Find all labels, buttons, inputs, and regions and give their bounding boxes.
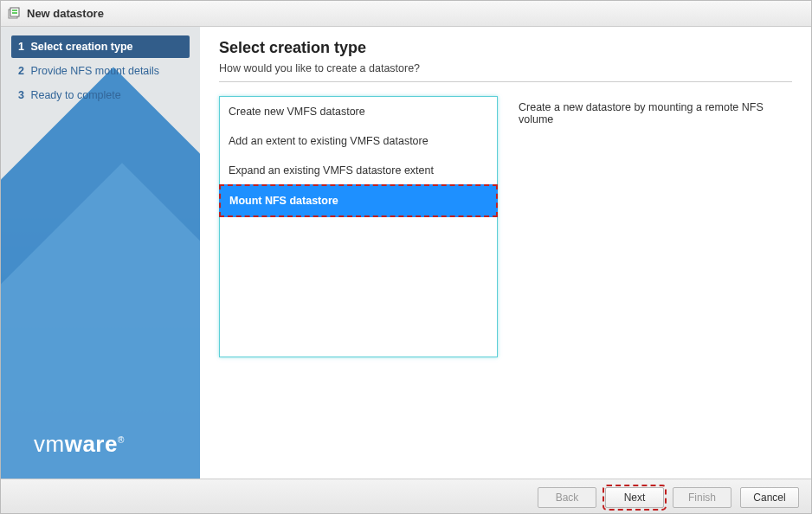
next-button[interactable]: Next xyxy=(605,487,664,508)
datastore-icon xyxy=(8,7,22,21)
finish-button: Finish xyxy=(673,487,731,508)
step-number: 1 xyxy=(18,41,24,53)
option-expand-extent[interactable]: Expand an existing VMFS datastore extent xyxy=(220,156,497,185)
step-label: Ready to complete xyxy=(30,89,120,101)
step-select-creation-type[interactable]: 1 Select creation type xyxy=(11,35,190,58)
cancel-button[interactable]: Cancel xyxy=(740,487,799,508)
option-mount-nfs[interactable]: Mount NFS datastore xyxy=(219,184,498,217)
back-button: Back xyxy=(538,487,596,508)
svg-rect-3 xyxy=(12,12,17,14)
creation-type-list[interactable]: Create new VMFS datastore Add an extent … xyxy=(219,96,498,357)
step-label: Select creation type xyxy=(30,41,132,53)
step-provide-nfs-mount-details[interactable]: 2 Provide NFS mount details xyxy=(11,60,190,82)
wizard-body: 1 Select creation type 2 Provide NFS mou… xyxy=(1,27,811,479)
option-add-extent[interactable]: Add an extent to existing VMFS datastore xyxy=(220,126,497,156)
step-number: 2 xyxy=(18,65,24,77)
main-panel: Select creation type How would you like … xyxy=(200,27,811,479)
option-description: Create a new datastore by mounting a rem… xyxy=(519,96,792,357)
page-subtitle: How would you like to create a datastore… xyxy=(219,62,792,82)
titlebar: New datastore xyxy=(1,1,811,27)
svg-rect-2 xyxy=(12,10,17,11)
step-label: Provide NFS mount details xyxy=(30,65,159,77)
wizard-steps: 1 Select creation type 2 Provide NFS mou… xyxy=(1,27,200,117)
page-title: Select creation type xyxy=(219,39,792,57)
sidebar: 1 Select creation type 2 Provide NFS mou… xyxy=(1,27,200,479)
wizard-footer: Back Next Finish Cancel xyxy=(1,479,811,514)
vmware-logo: vmware® xyxy=(34,431,125,458)
window-title: New datastore xyxy=(27,7,104,20)
step-number: 3 xyxy=(18,89,24,101)
option-create-vmfs[interactable]: Create new VMFS datastore xyxy=(220,97,497,126)
step-ready-to-complete[interactable]: 3 Ready to complete xyxy=(11,84,190,106)
